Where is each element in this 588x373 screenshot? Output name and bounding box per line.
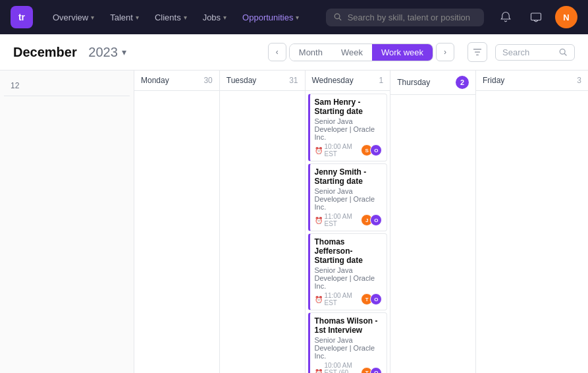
nav-items: Overview ▾ Talent ▾ Clients ▾ Jobs ▾ Opp… [46, 9, 326, 26]
event-avatars: J O [361, 214, 382, 226]
chevron-icon: ▾ [296, 14, 299, 21]
column-header-thursday: Thursday 2 [390, 71, 475, 95]
filter-button[interactable] [468, 42, 487, 62]
app-logo[interactable]: tr [11, 6, 33, 28]
week-num-column: 12 [0, 71, 134, 373]
event-thomas-wilson-interview[interactable]: Thomas Wilson - 1st Interview Senior Jav… [308, 312, 388, 373]
calendar-search-input[interactable] [502, 47, 555, 57]
column-header-wednesday: Wednesday 1 [306, 71, 390, 91]
search-icon [559, 48, 568, 57]
event-time: ⏰ 10:00 AM EST [315, 143, 361, 158]
event-sam-henry-starting[interactable]: Sam Henry - Starting date Senior Java De… [308, 94, 388, 161]
event-thomas-jefferson-starting[interactable]: Thomas Jefferson- Starting date Senior J… [308, 233, 388, 310]
search-icon [334, 13, 342, 22]
nav-item-talent[interactable]: Talent ▾ [103, 9, 146, 26]
calendar-search [495, 44, 575, 61]
event-avatars: T O [361, 293, 382, 305]
clock-icon: ⏰ [315, 296, 323, 303]
calendar-chevron-icon[interactable]: ▾ [122, 47, 126, 57]
notifications-button[interactable] [494, 6, 517, 28]
week-num-body [4, 96, 130, 373]
friday-body [476, 91, 588, 373]
event-footer: ⏰ 10:00 AM EST S O [315, 143, 383, 158]
chevron-icon: ▾ [184, 14, 187, 21]
chevron-icon: ▾ [223, 14, 227, 21]
user-avatar[interactable]: N [555, 6, 577, 28]
monday-column: Monday 30 [134, 71, 220, 373]
prev-button[interactable]: ‹ [268, 43, 286, 61]
column-header-week: 12 [4, 76, 130, 96]
tab-work-week[interactable]: Work week [372, 44, 433, 61]
event-time: ⏰ 11:00 AM EST [315, 213, 361, 227]
column-header-monday: Monday 30 [134, 71, 219, 91]
wednesday-column: Wednesday 1 Sam Henry - Starting date Se… [306, 71, 391, 373]
avatar: O [370, 367, 382, 374]
svg-rect-1 [531, 13, 541, 20]
calendar-header: December 2023 ▾ ‹ Month Week Work week › [0, 34, 588, 71]
global-search-input[interactable] [348, 13, 476, 22]
event-jenny-smith-starting[interactable]: Jenny Smith - Starting date Senior Java … [308, 163, 388, 231]
event-time: ⏰ 10:00 AM EST (60 mins) [315, 362, 361, 373]
bell-icon [500, 11, 512, 23]
event-avatars: T O [361, 367, 382, 374]
chat-icon [530, 11, 542, 23]
event-time: ⏰ 11:00 AM EST [315, 292, 361, 306]
tuesday-column: Tuesday 31 [220, 71, 306, 373]
tab-week[interactable]: Week [332, 44, 372, 61]
wednesday-body: Sam Henry - Starting date Senior Java De… [306, 91, 390, 373]
view-tabs: Month Week Work week [289, 43, 433, 61]
nav-icons: N [494, 6, 577, 28]
chevron-icon: ▾ [136, 14, 139, 21]
nav-item-opportunities[interactable]: Opportunities ▾ [236, 9, 306, 26]
messages-button[interactable] [525, 6, 547, 28]
week-number: 12 [11, 81, 19, 90]
event-footer: ⏰ 11:00 AM EST J O [315, 213, 383, 227]
avatar: O [370, 144, 382, 156]
event-footer: ⏰ 11:00 AM EST T O [315, 292, 383, 306]
calendar-title: December 2023 ▾ [13, 45, 126, 60]
nav-item-overview[interactable]: Overview ▾ [46, 9, 101, 26]
filter-icon [473, 47, 482, 57]
svg-point-2 [560, 49, 565, 54]
thursday-column: Thursday 2 [390, 71, 476, 373]
event-avatars: S O [361, 144, 382, 156]
navbar: tr Overview ▾ Talent ▾ Clients ▾ Jobs ▾ … [0, 0, 588, 34]
tuesday-body [220, 91, 305, 373]
calendar-grid: 12 Monday 30 Tuesday 31 Wednesday 1 Sam … [0, 71, 588, 373]
column-header-tuesday: Tuesday 31 [220, 71, 305, 91]
clock-icon: ⏰ [315, 147, 323, 154]
friday-column: Friday 3 [476, 71, 588, 373]
clock-icon: ⏰ [315, 369, 323, 373]
svg-point-0 [334, 14, 340, 19]
event-footer: ⏰ 10:00 AM EST (60 mins) T O [315, 362, 383, 373]
clock-icon: ⏰ [315, 217, 323, 224]
calendar-nav: ‹ Month Week Work week › [268, 43, 454, 61]
nav-item-clients[interactable]: Clients ▾ [148, 9, 194, 26]
column-header-friday: Friday 3 [476, 71, 588, 91]
nav-item-jobs[interactable]: Jobs ▾ [196, 9, 233, 26]
chevron-icon: ▾ [91, 14, 94, 21]
avatar: O [370, 293, 382, 305]
tab-month[interactable]: Month [290, 44, 332, 61]
thursday-badge: 2 [456, 76, 469, 89]
global-search [326, 9, 484, 26]
thursday-body [390, 95, 475, 373]
avatar: O [370, 214, 382, 226]
monday-body [134, 91, 219, 373]
next-button[interactable]: › [436, 43, 454, 61]
